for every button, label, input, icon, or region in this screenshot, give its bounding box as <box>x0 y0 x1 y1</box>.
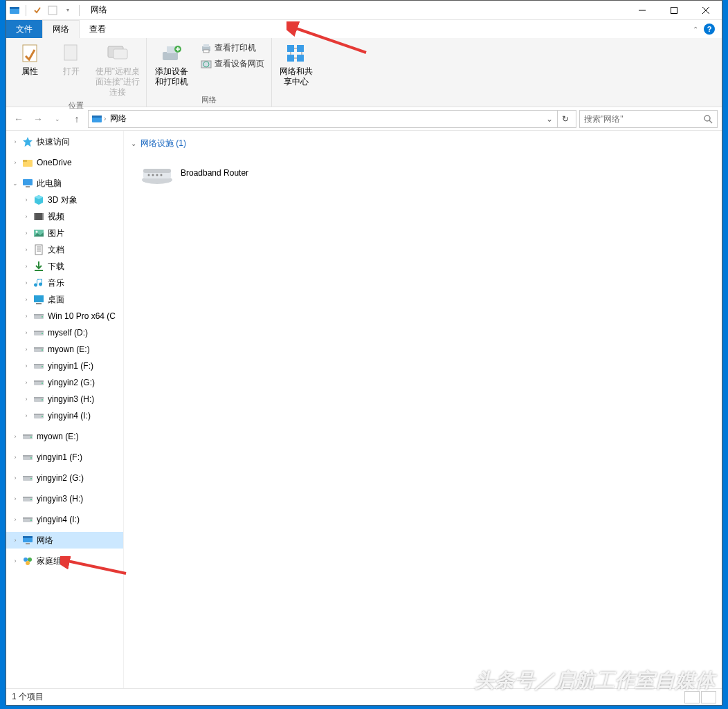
tree-item[interactable]: ›yingyin2 (G:) <box>6 374 123 391</box>
group-header[interactable]: ⌄ 网络设施 (1) <box>124 135 722 152</box>
up-button[interactable]: ↑ <box>69 111 85 127</box>
tree-item[interactable]: ›yingyin1 (F:) <box>6 358 123 374</box>
chevron-right-icon[interactable]: › <box>10 158 20 167</box>
svg-point-49 <box>42 333 43 334</box>
chevron-right-icon[interactable]: › <box>21 295 31 304</box>
properties-button[interactable]: 属性 <box>10 41 49 78</box>
tree-item-label: yingyin1 (F:) <box>37 452 82 462</box>
forward-button[interactable]: → <box>30 111 46 127</box>
pc-icon <box>21 177 34 190</box>
music-icon <box>33 277 45 289</box>
chevron-right-icon[interactable]: › <box>21 361 31 371</box>
tree-item[interactable]: ›下载 <box>6 258 123 275</box>
chevron-right-icon[interactable]: › <box>21 328 31 338</box>
search-icon[interactable] <box>703 114 713 124</box>
view-printers-label: 查看打印机 <box>215 42 256 54</box>
svg-rect-20 <box>297 45 304 52</box>
chevron-right-icon[interactable]: › <box>10 535 20 545</box>
svg-rect-81 <box>23 536 33 538</box>
tree-item[interactable]: ›Win 10 Pro x64 (C <box>6 308 123 324</box>
device-item[interactable]: Broadband Router <box>138 158 318 188</box>
tree-item[interactable]: ›OneDrive <box>6 154 123 171</box>
view-large-button[interactable] <box>701 691 716 703</box>
svg-point-36 <box>36 231 38 233</box>
navigation-tree[interactable]: ›快速访问›OneDrive⌄此电脑›3D 对象›视频›图片›文档›下载›音乐›… <box>6 131 124 688</box>
chevron-right-icon[interactable]: › <box>10 515 20 524</box>
tree-item[interactable]: ›yingyin3 (H:) <box>6 391 123 407</box>
tree-item[interactable]: ›家庭组 <box>6 553 123 569</box>
close-button[interactable] <box>690 1 722 20</box>
tree-item[interactable]: ›快速访问 <box>6 133 123 150</box>
chevron-right-icon[interactable]: › <box>10 452 20 462</box>
chevron-right-icon[interactable]: › <box>21 278 31 288</box>
tree-item[interactable]: ›myself (D:) <box>6 324 123 341</box>
tab-network[interactable]: 网络 <box>42 20 80 38</box>
tree-item[interactable]: ›音乐 <box>6 275 123 291</box>
tree-item[interactable]: ›yingyin3 (H:) <box>6 490 123 507</box>
chevron-right-icon[interactable]: › <box>21 245 31 255</box>
svg-rect-21 <box>287 55 294 62</box>
tree-item[interactable]: ⌄此电脑 <box>6 175 123 192</box>
chevron-right-icon[interactable]: › <box>10 494 20 504</box>
chevron-right-icon[interactable]: › <box>104 115 106 122</box>
tree-item[interactable]: ›桌面 <box>6 291 123 308</box>
chevron-down-icon[interactable]: ⌄ <box>10 178 20 188</box>
view-printers-button[interactable]: 查看打印机 <box>198 41 267 55</box>
rdp-button: 使用"远程桌面连接"进行连接 <box>93 41 142 99</box>
chevron-right-icon[interactable]: › <box>21 344 31 354</box>
tree-item[interactable]: ›yingyin4 (I:) <box>6 407 123 424</box>
qat-newfolder-icon[interactable] <box>47 5 58 16</box>
content-pane[interactable]: ⌄ 网络设施 (1) Broadband Router <box>124 131 722 688</box>
tree-item[interactable]: ›网络 <box>6 532 123 549</box>
chevron-right-icon[interactable]: › <box>21 212 31 221</box>
chevron-right-icon[interactable]: › <box>21 261 31 271</box>
ribbon-group-sharing: 网络和共享中心 <box>272 38 320 107</box>
tree-item[interactable]: ›yingyin2 (G:) <box>6 470 123 486</box>
view-details-button[interactable] <box>684 691 700 703</box>
tree-item[interactable]: ›yingyin4 (I:) <box>6 511 123 528</box>
qat-properties-icon[interactable] <box>32 5 43 16</box>
tree-item[interactable]: ›视频 <box>6 208 123 225</box>
chevron-right-icon[interactable]: › <box>21 195 31 205</box>
tree-item[interactable]: ›myown (E:) <box>6 341 123 358</box>
properties-icon <box>19 42 41 64</box>
chevron-right-icon[interactable]: › <box>10 556 20 566</box>
open-icon <box>60 42 82 64</box>
address-dropdown[interactable]: ⌄ <box>543 114 556 124</box>
back-button[interactable]: ← <box>10 111 27 127</box>
add-device-button[interactable]: 添加设备和打印机 <box>151 41 192 89</box>
chevron-right-icon[interactable]: › <box>21 311 31 321</box>
breadcrumb-network[interactable]: 网络 <box>107 113 129 125</box>
ribbon-collapse-icon[interactable]: ⌃ <box>693 26 698 33</box>
tree-item[interactable]: ›yingyin1 (F:) <box>6 449 123 466</box>
tree-item[interactable]: ›图片 <box>6 225 123 241</box>
chevron-right-icon[interactable]: › <box>21 228 31 238</box>
chevron-right-icon[interactable]: › <box>21 394 31 404</box>
refresh-button[interactable]: ↻ <box>557 111 573 127</box>
sharing-center-button[interactable]: 网络和共享中心 <box>276 41 316 89</box>
tree-item[interactable]: ›文档 <box>6 241 123 258</box>
tree-item-label: yingyin2 (G:) <box>48 378 95 387</box>
tree-item-label: myown (E:) <box>37 432 79 441</box>
address-bar[interactable]: › 网络 ⌄ ↻ <box>88 110 576 128</box>
help-icon[interactable]: ? <box>704 24 715 35</box>
maximize-button[interactable] <box>658 1 690 20</box>
view-device-page-button[interactable]: 查看设备网页 <box>198 57 267 71</box>
tree-item[interactable]: ›myown (E:) <box>6 428 123 445</box>
svg-point-52 <box>42 349 43 351</box>
search-box[interactable] <box>579 110 718 128</box>
svg-rect-37 <box>35 245 42 255</box>
chevron-right-icon[interactable]: › <box>10 137 20 147</box>
tab-file[interactable]: 文件 <box>6 20 42 38</box>
minimize-button[interactable] <box>626 1 658 20</box>
chevron-right-icon[interactable]: › <box>21 378 31 387</box>
search-input[interactable] <box>584 114 703 124</box>
tree-item[interactable]: ›3D 对象 <box>6 192 123 208</box>
chevron-right-icon[interactable]: › <box>21 411 31 421</box>
chevron-right-icon[interactable]: › <box>10 432 20 441</box>
tab-view[interactable]: 查看 <box>80 20 116 38</box>
chevron-right-icon[interactable]: › <box>10 473 20 483</box>
history-dropdown[interactable]: ⌄ <box>49 111 66 127</box>
svg-point-76 <box>30 499 32 500</box>
qat-dropdown-icon[interactable]: ▾ <box>62 5 73 16</box>
